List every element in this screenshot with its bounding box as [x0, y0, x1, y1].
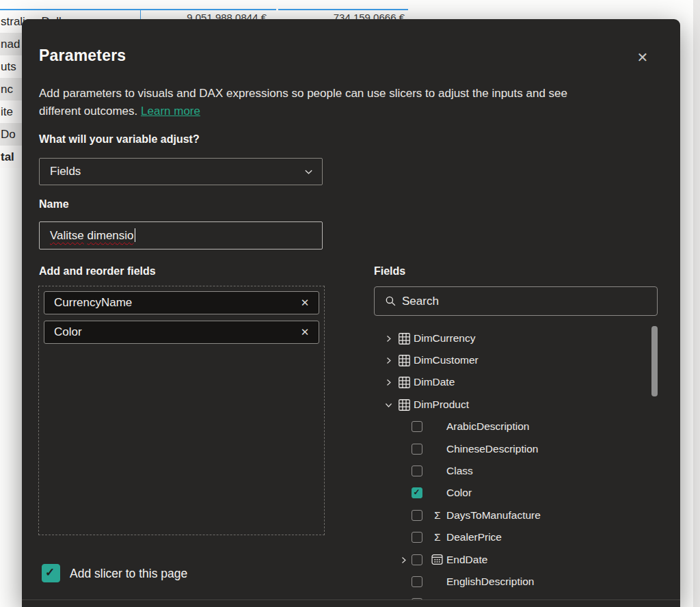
tree-item-label: EnglishDescription	[446, 571, 534, 593]
dialog-description: Add parameters to visuals and DAX expres…	[39, 85, 641, 120]
calendar-icon	[431, 554, 444, 566]
learn-more-link[interactable]: Learn more	[141, 105, 200, 118]
tree-item-DimProduct[interactable]: DimProduct	[374, 394, 664, 416]
field-checkbox[interactable]	[412, 576, 422, 587]
add-slicer-checkbox[interactable]: ✓	[42, 564, 60, 582]
remove-icon[interactable]: ✕	[295, 293, 314, 312]
tree-item-EnglishDescription[interactable]: EnglishDescription	[374, 571, 664, 593]
tree-scrollbar-thumb[interactable]	[651, 326, 658, 396]
name-label: Name	[39, 198, 69, 211]
adjust-dropdown[interactable]: Fields	[39, 158, 323, 185]
reorder-label: Add and reorder fields	[39, 265, 156, 278]
tree-item-label: DealerPrice	[446, 526, 502, 548]
tree-item-label: DaysToManufacture	[446, 504, 541, 526]
field-chip[interactable]: CurrencyName✕	[44, 291, 319, 314]
remove-icon[interactable]: ✕	[295, 323, 314, 342]
text-caret	[135, 228, 136, 242]
field-checkbox[interactable]	[412, 532, 422, 543]
field-checkbox[interactable]	[412, 421, 422, 432]
tree-item-DaysToManufacture[interactable]: ΣDaysToManufacture	[374, 504, 664, 526]
misspelled-word: dimensio	[88, 229, 134, 242]
field-checkbox[interactable]: ✓	[412, 487, 422, 498]
tree-item-label: ArabicDescription	[446, 416, 529, 437]
app-right-gutter	[693, 0, 700, 607]
field-checkbox[interactable]	[412, 466, 422, 476]
field-chip[interactable]: Color✕	[44, 321, 319, 344]
description-line1: Add parameters to visuals and DAX expres…	[39, 87, 567, 100]
table-selection-underline	[278, 9, 408, 10]
search-placeholder: Search	[402, 287, 439, 315]
field-checkbox[interactable]	[412, 510, 422, 521]
chevron-right-icon[interactable]	[384, 356, 393, 365]
tree-item-label: DimCustomer	[414, 349, 479, 371]
tree-item-DealerPrice[interactable]: ΣDealerPrice	[374, 526, 664, 548]
tree-item-label: Class	[446, 460, 473, 482]
fields-panel-label: Fields	[374, 265, 405, 278]
adjust-label: What will your variable adjust?	[39, 133, 200, 146]
dialog-title: Parameters	[39, 46, 126, 65]
tree-item-label: Color	[446, 482, 472, 504]
tree-item-label: DimDate	[414, 371, 455, 393]
table-icon	[399, 377, 410, 388]
table-icon	[399, 333, 410, 345]
sigma-icon: Σ	[431, 531, 444, 543]
tree-item-label: EndDate	[446, 549, 487, 571]
chevron-right-icon[interactable]	[384, 378, 393, 387]
parameters-dialog: Parameters ✕ Add parameters to visuals a…	[22, 19, 680, 607]
tree-item-Color[interactable]: ✓Color	[374, 482, 664, 504]
search-input[interactable]: Search	[374, 286, 658, 316]
tree-item-DimDate[interactable]: DimDate	[374, 371, 664, 393]
name-input-value: Valitse dimensio	[50, 222, 135, 249]
chevron-right-icon[interactable]	[384, 334, 393, 343]
tree-item-DimCustomer[interactable]: DimCustomer	[374, 349, 664, 371]
field-checkbox[interactable]	[412, 444, 422, 455]
table-icon	[399, 399, 410, 411]
tree-item-ArabicDescription[interactable]: ArabicDescription	[374, 416, 664, 437]
chevron-right-icon[interactable]	[399, 556, 408, 565]
tree-item-label: ChineseDescription	[446, 438, 538, 460]
field-chip-label: CurrencyName	[54, 292, 132, 314]
name-input[interactable]: Valitse dimensio	[39, 221, 323, 249]
tree-item-label: DimCurrency	[414, 327, 475, 349]
search-icon	[385, 295, 396, 307]
tree-item-DimCurrency[interactable]: DimCurrency	[374, 327, 664, 349]
field-checkbox[interactable]	[412, 554, 422, 565]
check-icon: ✓	[414, 487, 420, 497]
adjust-dropdown-value: Fields	[50, 159, 81, 185]
chevron-down-icon[interactable]	[384, 401, 393, 409]
description-line2: different outcomes.	[39, 105, 137, 118]
field-chip-label: Color	[54, 321, 82, 343]
dialog-footer-divider	[22, 599, 680, 600]
screen: 9,051,988.0844 € 734,159.0666 € stralian…	[0, 0, 700, 607]
misspelled-word: Valitse	[50, 229, 84, 242]
tree-item-EndDate[interactable]: EndDate	[374, 549, 664, 571]
tree-item-Class[interactable]: Class	[374, 460, 664, 482]
sigma-icon: Σ	[431, 509, 444, 522]
check-icon: ✓	[45, 565, 55, 580]
table-icon	[399, 355, 410, 366]
close-icon[interactable]: ✕	[630, 45, 655, 70]
add-slicer-label: Add slicer to this page	[70, 565, 187, 582]
reorder-fields-dropzone[interactable]: CurrencyName✕Color✕	[38, 286, 325, 535]
tree-item-partial[interactable]	[374, 593, 664, 599]
chevron-down-icon	[304, 167, 314, 177]
tree-item-label: DimProduct	[414, 394, 469, 416]
fields-tree: DimCurrencyDimCustomerDimDateDimProductA…	[374, 320, 664, 599]
tree-item-ChineseDescription[interactable]: ChineseDescription	[374, 438, 664, 460]
